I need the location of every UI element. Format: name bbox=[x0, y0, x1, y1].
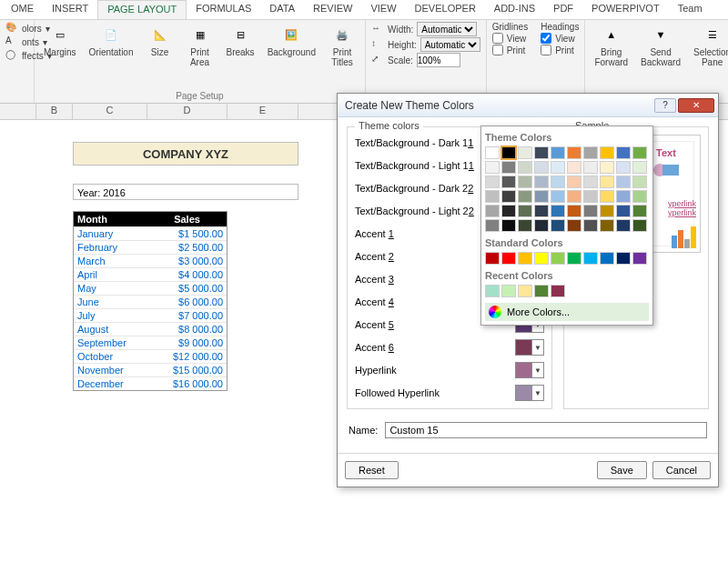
color-swatch[interactable] bbox=[583, 205, 598, 217]
color-swatch[interactable] bbox=[518, 146, 532, 159]
tab-pdf[interactable]: PDF bbox=[544, 0, 582, 19]
bring-forward-button[interactable]: ▲Bring Forward bbox=[591, 22, 632, 69]
color-swatch[interactable] bbox=[485, 176, 500, 188]
color-swatch[interactable] bbox=[616, 219, 631, 232]
color-swatch[interactable] bbox=[600, 161, 614, 174]
color-swatch[interactable] bbox=[632, 161, 647, 174]
col-c[interactable]: C bbox=[73, 104, 147, 119]
color-swatch[interactable] bbox=[632, 219, 647, 232]
color-swatch[interactable] bbox=[501, 146, 516, 159]
color-swatch[interactable] bbox=[501, 285, 516, 297]
print-area-button[interactable]: ▦Print Area bbox=[183, 22, 217, 69]
color-swatch[interactable] bbox=[518, 285, 532, 297]
color-swatch[interactable] bbox=[485, 146, 500, 159]
send-backward-button[interactable]: ▼Send Backward bbox=[637, 22, 684, 69]
color-swatch[interactable] bbox=[485, 205, 500, 217]
gridlines-print-checkbox[interactable] bbox=[492, 45, 503, 55]
breaks-button[interactable]: ⊟Breaks bbox=[223, 22, 258, 59]
table-row[interactable]: August$8 000.00 bbox=[74, 322, 227, 336]
table-row[interactable]: April$4 000.00 bbox=[74, 267, 227, 281]
tab-powerpivot[interactable]: POWERPIVOT bbox=[582, 0, 669, 19]
color-swatch[interactable] bbox=[551, 205, 565, 217]
color-swatch[interactable] bbox=[518, 205, 532, 217]
color-swatch[interactable] bbox=[616, 252, 631, 265]
color-swatch[interactable] bbox=[600, 219, 614, 232]
color-swatch[interactable] bbox=[567, 252, 581, 265]
color-swatch[interactable] bbox=[567, 161, 581, 174]
tab-home[interactable]: OME bbox=[2, 0, 43, 19]
color-swatch[interactable] bbox=[551, 161, 565, 174]
tab-developer[interactable]: DEVELOPER bbox=[406, 0, 485, 19]
color-swatch[interactable] bbox=[501, 190, 516, 203]
selection-pane-button[interactable]: ☰Selection Pane bbox=[690, 22, 728, 69]
color-swatch[interactable] bbox=[567, 176, 581, 188]
more-colors-button[interactable]: More Colors... bbox=[485, 303, 649, 321]
color-swatch[interactable] bbox=[600, 176, 614, 188]
table-row[interactable]: November$15 000.00 bbox=[74, 363, 227, 376]
col-d[interactable]: D bbox=[147, 104, 228, 119]
color-swatch[interactable] bbox=[551, 252, 565, 265]
color-swatch[interactable] bbox=[583, 252, 598, 265]
size-button[interactable]: 📐Size bbox=[143, 22, 177, 59]
color-swatch[interactable] bbox=[583, 176, 598, 188]
color-swatch[interactable] bbox=[583, 190, 598, 203]
color-swatch[interactable] bbox=[632, 252, 647, 265]
close-button[interactable]: ✕ bbox=[678, 98, 714, 113]
color-swatch[interactable] bbox=[501, 219, 516, 232]
table-row[interactable]: March$3 000.00 bbox=[74, 254, 227, 267]
print-titles-button[interactable]: 🖨️Print Titles bbox=[325, 22, 359, 69]
col-b[interactable]: B bbox=[36, 104, 73, 119]
tab-addins[interactable]: ADD-INS bbox=[485, 0, 544, 19]
color-swatch[interactable] bbox=[551, 146, 565, 159]
color-swatch-button[interactable]: ▼ bbox=[515, 362, 544, 378]
scale-input[interactable] bbox=[417, 53, 460, 67]
color-swatch[interactable] bbox=[600, 146, 614, 159]
color-swatch[interactable] bbox=[485, 285, 500, 297]
table-row[interactable]: October$12 000.00 bbox=[74, 349, 227, 363]
color-swatch[interactable] bbox=[485, 252, 500, 265]
color-swatch[interactable] bbox=[567, 146, 581, 159]
color-swatch[interactable] bbox=[551, 285, 565, 297]
dialog-titlebar[interactable]: Create New Theme Colors ? ✕ bbox=[338, 94, 718, 117]
color-swatch[interactable] bbox=[518, 252, 532, 265]
color-swatch[interactable] bbox=[534, 161, 549, 174]
table-row[interactable]: December$16 000.00 bbox=[74, 376, 227, 390]
color-swatch[interactable] bbox=[501, 176, 516, 188]
background-button[interactable]: 🖼️Background bbox=[264, 22, 319, 59]
color-swatch[interactable] bbox=[567, 205, 581, 217]
color-swatch[interactable] bbox=[534, 176, 549, 188]
color-swatch[interactable] bbox=[551, 190, 565, 203]
color-swatch[interactable] bbox=[501, 252, 516, 265]
save-button[interactable]: Save bbox=[597, 461, 647, 479]
color-swatch[interactable] bbox=[485, 190, 500, 203]
color-swatch[interactable] bbox=[501, 161, 516, 174]
color-swatch[interactable] bbox=[534, 219, 549, 232]
color-swatch-button[interactable]: ▼ bbox=[515, 385, 544, 401]
tab-insert[interactable]: INSERT bbox=[43, 0, 97, 19]
color-swatch[interactable] bbox=[583, 219, 598, 232]
color-swatch[interactable] bbox=[616, 146, 631, 159]
color-swatch[interactable] bbox=[583, 161, 598, 174]
color-swatch[interactable] bbox=[600, 205, 614, 217]
tab-formulas[interactable]: FORMULAS bbox=[187, 0, 260, 19]
help-button[interactable]: ? bbox=[654, 98, 676, 113]
color-swatch[interactable] bbox=[632, 176, 647, 188]
table-row[interactable]: July$7 000.00 bbox=[74, 308, 227, 322]
color-swatch[interactable] bbox=[485, 161, 500, 174]
headings-view-checkbox[interactable] bbox=[541, 33, 551, 44]
orientation-button[interactable]: 📄Orientation bbox=[86, 22, 137, 59]
theme-name-input[interactable] bbox=[385, 422, 707, 438]
table-row[interactable]: January$1 500.00 bbox=[74, 226, 227, 240]
color-swatch[interactable] bbox=[518, 219, 532, 232]
color-swatch[interactable] bbox=[616, 161, 631, 174]
table-row[interactable]: February$2 500.00 bbox=[74, 240, 227, 254]
margins-button[interactable]: ▭Margins bbox=[40, 22, 80, 59]
company-title[interactable]: COMPANY XYZ bbox=[73, 142, 298, 166]
color-swatch[interactable] bbox=[518, 190, 532, 203]
color-swatch[interactable] bbox=[551, 176, 565, 188]
table-row[interactable]: May$5 000.00 bbox=[74, 281, 227, 295]
color-swatch[interactable] bbox=[600, 190, 614, 203]
table-header-sales[interactable]: Sales bbox=[147, 212, 227, 226]
color-swatch[interactable] bbox=[551, 219, 565, 232]
headings-print-checkbox[interactable] bbox=[541, 45, 551, 55]
